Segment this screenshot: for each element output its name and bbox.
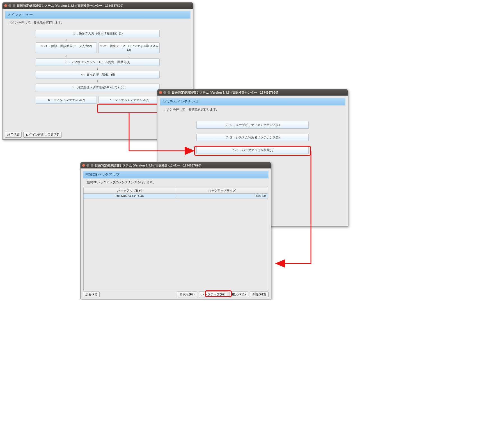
back-to-login-button[interactable]: ログイン画面に戻る(F2) bbox=[23, 132, 62, 138]
refresh-button[interactable]: 再表示(F7) bbox=[177, 292, 197, 297]
cell-backup-size: 1470 KB bbox=[176, 194, 268, 198]
menu-btn-4[interactable]: ４．日次処理（請求）(5) bbox=[36, 71, 160, 78]
cell-backup-date: 2014/04/24 14:14:46 bbox=[84, 194, 176, 198]
close-icon[interactable] bbox=[159, 91, 162, 94]
maximize-icon[interactable] bbox=[13, 4, 15, 7]
instruction-text: 機関DBバックアップのメンテナンスを行います。 bbox=[83, 179, 269, 186]
arrow-down-icon: ↓ bbox=[36, 38, 97, 41]
arrow-down-icon: ↓ bbox=[36, 54, 97, 57]
page-title: 機関DBバックアップ bbox=[83, 171, 269, 179]
delete-button[interactable]: 削除(F12) bbox=[250, 292, 269, 297]
menu-btn-7-3-backup-restore[interactable]: ７-３．バックアップ＆復元(3) bbox=[196, 146, 309, 154]
close-icon[interactable] bbox=[82, 164, 85, 167]
close-icon[interactable] bbox=[4, 4, 7, 7]
minimize-icon[interactable] bbox=[163, 91, 166, 94]
back-button[interactable]: 戻る(F1) bbox=[83, 292, 100, 297]
backup-table-header: バックアップ日付 バックアップサイズ bbox=[83, 188, 268, 194]
titlebar: 日医特定健康診査システム (Version 1.3.5) [日医検診センター -… bbox=[3, 3, 193, 9]
col-backup-size: バックアップサイズ bbox=[176, 188, 268, 193]
minimize-icon[interactable] bbox=[8, 4, 11, 7]
maximize-icon[interactable] bbox=[168, 91, 170, 94]
instruction-text: ボタンを押して、各機能を実行します。 bbox=[5, 19, 191, 26]
menu-btn-6[interactable]: ６．マスタメンテナンス(7) bbox=[36, 96, 97, 104]
menu-btn-5[interactable]: ５．月次処理（請求確定/HL7出力）(6) bbox=[36, 84, 160, 91]
restore-button[interactable]: 復元(F11) bbox=[230, 292, 248, 297]
menu-btn-7-2[interactable]: ７-２．システム利用者メンテナンス(2) bbox=[196, 134, 309, 141]
table-row[interactable]: 2014/04/24 14:14:46 1470 KB bbox=[83, 194, 268, 198]
window-title: 日医特定健康診査システム (Version 1.3.5) [日医検診センター -… bbox=[17, 4, 123, 8]
col-backup-date: バックアップ日付 bbox=[84, 188, 176, 193]
page-title: システムメンテナンス bbox=[160, 98, 345, 106]
menu-btn-1[interactable]: １．受診券入力（個人情報登録）(1) bbox=[36, 30, 160, 37]
backup-table-body bbox=[83, 198, 268, 291]
menu-btn-7-1[interactable]: ７-１．ユーザビリティメンテナンス(1) bbox=[196, 121, 309, 129]
titlebar: 日医特定健康診査システム (Version 1.3.5) [日医検診センター -… bbox=[157, 89, 348, 96]
arrow-down-icon: ↓ bbox=[97, 67, 99, 70]
arrow-down-icon: ↓ bbox=[98, 54, 160, 57]
titlebar: 日医特定健康診査システム (Version 1.3.5) [日医検診センター -… bbox=[81, 162, 271, 168]
menu-btn-2-1[interactable]: ２-１．健診・問診結果データ入力(2) bbox=[36, 42, 97, 53]
window-title: 日医特定健康診査システム (Version 1.3.5) [日医検診センター -… bbox=[172, 91, 278, 95]
page-title: メインメニュー bbox=[5, 11, 191, 19]
arrow-down-icon: ↓ bbox=[97, 80, 99, 82]
backup-button[interactable]: バックアップ(F9) bbox=[199, 292, 228, 297]
maximize-icon[interactable] bbox=[91, 164, 93, 167]
window-title: 日医特定健康診査システム (Version 1.3.5) [日医検診センター -… bbox=[95, 163, 201, 168]
arrow-down-icon: ↓ bbox=[98, 38, 160, 41]
menu-btn-2-2[interactable]: ２-２．検査データ、HL7ファイル取り込み(3) bbox=[98, 42, 160, 53]
menu-btn-3[interactable]: ３．メタボリックシンドローム判定・階層化(4) bbox=[36, 58, 160, 66]
exit-button[interactable]: 終了(F1) bbox=[5, 132, 22, 138]
db-backup-window: 日医特定健康診査システム (Version 1.3.5) [日医検診センター -… bbox=[80, 162, 271, 299]
menu-btn-7-system-maintenance[interactable]: ７．システムメンテナンス(8) bbox=[98, 96, 160, 104]
instruction-text: ボタンを押して、各機能を実行します。 bbox=[160, 106, 345, 113]
minimize-icon[interactable] bbox=[86, 164, 89, 167]
